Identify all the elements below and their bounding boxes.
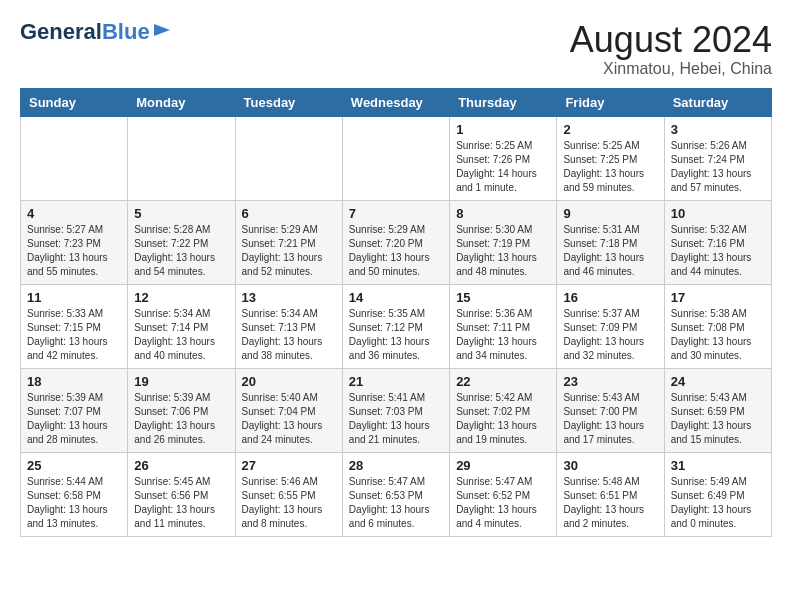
calendar-cell: 28Sunrise: 5:47 AMSunset: 6:53 PMDayligh… bbox=[342, 452, 449, 536]
day-number: 2 bbox=[563, 122, 657, 137]
day-info: Sunrise: 5:32 AMSunset: 7:16 PMDaylight:… bbox=[671, 223, 765, 279]
calendar-cell: 25Sunrise: 5:44 AMSunset: 6:58 PMDayligh… bbox=[21, 452, 128, 536]
col-saturday: Saturday bbox=[664, 88, 771, 116]
day-number: 4 bbox=[27, 206, 121, 221]
day-info: Sunrise: 5:42 AMSunset: 7:02 PMDaylight:… bbox=[456, 391, 550, 447]
day-info: Sunrise: 5:31 AMSunset: 7:18 PMDaylight:… bbox=[563, 223, 657, 279]
day-number: 31 bbox=[671, 458, 765, 473]
logo: GeneralBlue bbox=[20, 20, 172, 44]
day-info: Sunrise: 5:41 AMSunset: 7:03 PMDaylight:… bbox=[349, 391, 443, 447]
day-info: Sunrise: 5:47 AMSunset: 6:53 PMDaylight:… bbox=[349, 475, 443, 531]
day-info: Sunrise: 5:49 AMSunset: 6:49 PMDaylight:… bbox=[671, 475, 765, 531]
calendar-cell: 24Sunrise: 5:43 AMSunset: 6:59 PMDayligh… bbox=[664, 368, 771, 452]
day-number: 6 bbox=[242, 206, 336, 221]
calendar-cell: 26Sunrise: 5:45 AMSunset: 6:56 PMDayligh… bbox=[128, 452, 235, 536]
day-info: Sunrise: 5:29 AMSunset: 7:20 PMDaylight:… bbox=[349, 223, 443, 279]
day-number: 23 bbox=[563, 374, 657, 389]
day-info: Sunrise: 5:45 AMSunset: 6:56 PMDaylight:… bbox=[134, 475, 228, 531]
week-row-2: 4Sunrise: 5:27 AMSunset: 7:23 PMDaylight… bbox=[21, 200, 772, 284]
col-sunday: Sunday bbox=[21, 88, 128, 116]
col-friday: Friday bbox=[557, 88, 664, 116]
day-info: Sunrise: 5:26 AMSunset: 7:24 PMDaylight:… bbox=[671, 139, 765, 195]
day-info: Sunrise: 5:28 AMSunset: 7:22 PMDaylight:… bbox=[134, 223, 228, 279]
col-wednesday: Wednesday bbox=[342, 88, 449, 116]
calendar-cell: 6Sunrise: 5:29 AMSunset: 7:21 PMDaylight… bbox=[235, 200, 342, 284]
location: Xinmatou, Hebei, China bbox=[570, 60, 772, 78]
logo-text: GeneralBlue bbox=[20, 21, 150, 43]
day-number: 16 bbox=[563, 290, 657, 305]
calendar-cell: 22Sunrise: 5:42 AMSunset: 7:02 PMDayligh… bbox=[450, 368, 557, 452]
calendar-cell: 11Sunrise: 5:33 AMSunset: 7:15 PMDayligh… bbox=[21, 284, 128, 368]
day-number: 9 bbox=[563, 206, 657, 221]
day-info: Sunrise: 5:30 AMSunset: 7:19 PMDaylight:… bbox=[456, 223, 550, 279]
day-number: 19 bbox=[134, 374, 228, 389]
calendar-cell: 8Sunrise: 5:30 AMSunset: 7:19 PMDaylight… bbox=[450, 200, 557, 284]
calendar-cell: 7Sunrise: 5:29 AMSunset: 7:20 PMDaylight… bbox=[342, 200, 449, 284]
calendar-cell: 18Sunrise: 5:39 AMSunset: 7:07 PMDayligh… bbox=[21, 368, 128, 452]
day-number: 24 bbox=[671, 374, 765, 389]
page: GeneralBlue August 2024 Xinmatou, Hebei,… bbox=[0, 0, 792, 547]
day-info: Sunrise: 5:39 AMSunset: 7:06 PMDaylight:… bbox=[134, 391, 228, 447]
day-number: 21 bbox=[349, 374, 443, 389]
day-info: Sunrise: 5:29 AMSunset: 7:21 PMDaylight:… bbox=[242, 223, 336, 279]
calendar-cell: 23Sunrise: 5:43 AMSunset: 7:00 PMDayligh… bbox=[557, 368, 664, 452]
day-number: 11 bbox=[27, 290, 121, 305]
calendar-cell: 3Sunrise: 5:26 AMSunset: 7:24 PMDaylight… bbox=[664, 116, 771, 200]
week-row-3: 11Sunrise: 5:33 AMSunset: 7:15 PMDayligh… bbox=[21, 284, 772, 368]
day-info: Sunrise: 5:33 AMSunset: 7:15 PMDaylight:… bbox=[27, 307, 121, 363]
day-number: 10 bbox=[671, 206, 765, 221]
day-info: Sunrise: 5:47 AMSunset: 6:52 PMDaylight:… bbox=[456, 475, 550, 531]
calendar-table: Sunday Monday Tuesday Wednesday Thursday… bbox=[20, 88, 772, 537]
calendar-cell: 31Sunrise: 5:49 AMSunset: 6:49 PMDayligh… bbox=[664, 452, 771, 536]
calendar-cell: 5Sunrise: 5:28 AMSunset: 7:22 PMDaylight… bbox=[128, 200, 235, 284]
day-number: 18 bbox=[27, 374, 121, 389]
calendar-cell: 14Sunrise: 5:35 AMSunset: 7:12 PMDayligh… bbox=[342, 284, 449, 368]
calendar-cell bbox=[235, 116, 342, 200]
day-number: 25 bbox=[27, 458, 121, 473]
calendar-cell: 13Sunrise: 5:34 AMSunset: 7:13 PMDayligh… bbox=[235, 284, 342, 368]
week-row-4: 18Sunrise: 5:39 AMSunset: 7:07 PMDayligh… bbox=[21, 368, 772, 452]
weekday-header-row: Sunday Monday Tuesday Wednesday Thursday… bbox=[21, 88, 772, 116]
day-number: 22 bbox=[456, 374, 550, 389]
calendar-cell: 30Sunrise: 5:48 AMSunset: 6:51 PMDayligh… bbox=[557, 452, 664, 536]
day-info: Sunrise: 5:34 AMSunset: 7:13 PMDaylight:… bbox=[242, 307, 336, 363]
calendar-cell: 17Sunrise: 5:38 AMSunset: 7:08 PMDayligh… bbox=[664, 284, 771, 368]
day-info: Sunrise: 5:43 AMSunset: 7:00 PMDaylight:… bbox=[563, 391, 657, 447]
calendar-cell bbox=[21, 116, 128, 200]
day-info: Sunrise: 5:27 AMSunset: 7:23 PMDaylight:… bbox=[27, 223, 121, 279]
col-tuesday: Tuesday bbox=[235, 88, 342, 116]
month-year: August 2024 bbox=[570, 20, 772, 60]
day-info: Sunrise: 5:44 AMSunset: 6:58 PMDaylight:… bbox=[27, 475, 121, 531]
day-info: Sunrise: 5:38 AMSunset: 7:08 PMDaylight:… bbox=[671, 307, 765, 363]
day-number: 8 bbox=[456, 206, 550, 221]
calendar-cell: 10Sunrise: 5:32 AMSunset: 7:16 PMDayligh… bbox=[664, 200, 771, 284]
day-info: Sunrise: 5:36 AMSunset: 7:11 PMDaylight:… bbox=[456, 307, 550, 363]
calendar-cell: 12Sunrise: 5:34 AMSunset: 7:14 PMDayligh… bbox=[128, 284, 235, 368]
day-number: 12 bbox=[134, 290, 228, 305]
calendar-cell: 20Sunrise: 5:40 AMSunset: 7:04 PMDayligh… bbox=[235, 368, 342, 452]
col-thursday: Thursday bbox=[450, 88, 557, 116]
day-number: 13 bbox=[242, 290, 336, 305]
calendar-cell: 27Sunrise: 5:46 AMSunset: 6:55 PMDayligh… bbox=[235, 452, 342, 536]
day-number: 26 bbox=[134, 458, 228, 473]
calendar-cell bbox=[128, 116, 235, 200]
day-info: Sunrise: 5:46 AMSunset: 6:55 PMDaylight:… bbox=[242, 475, 336, 531]
day-number: 17 bbox=[671, 290, 765, 305]
day-number: 5 bbox=[134, 206, 228, 221]
calendar-cell: 21Sunrise: 5:41 AMSunset: 7:03 PMDayligh… bbox=[342, 368, 449, 452]
day-number: 20 bbox=[242, 374, 336, 389]
day-number: 29 bbox=[456, 458, 550, 473]
svg-marker-0 bbox=[154, 24, 170, 36]
calendar-cell: 1Sunrise: 5:25 AMSunset: 7:26 PMDaylight… bbox=[450, 116, 557, 200]
calendar-cell: 19Sunrise: 5:39 AMSunset: 7:06 PMDayligh… bbox=[128, 368, 235, 452]
day-info: Sunrise: 5:34 AMSunset: 7:14 PMDaylight:… bbox=[134, 307, 228, 363]
calendar-cell: 4Sunrise: 5:27 AMSunset: 7:23 PMDaylight… bbox=[21, 200, 128, 284]
day-info: Sunrise: 5:39 AMSunset: 7:07 PMDaylight:… bbox=[27, 391, 121, 447]
day-number: 27 bbox=[242, 458, 336, 473]
day-number: 30 bbox=[563, 458, 657, 473]
day-info: Sunrise: 5:48 AMSunset: 6:51 PMDaylight:… bbox=[563, 475, 657, 531]
day-info: Sunrise: 5:25 AMSunset: 7:25 PMDaylight:… bbox=[563, 139, 657, 195]
day-number: 7 bbox=[349, 206, 443, 221]
day-info: Sunrise: 5:35 AMSunset: 7:12 PMDaylight:… bbox=[349, 307, 443, 363]
day-number: 15 bbox=[456, 290, 550, 305]
